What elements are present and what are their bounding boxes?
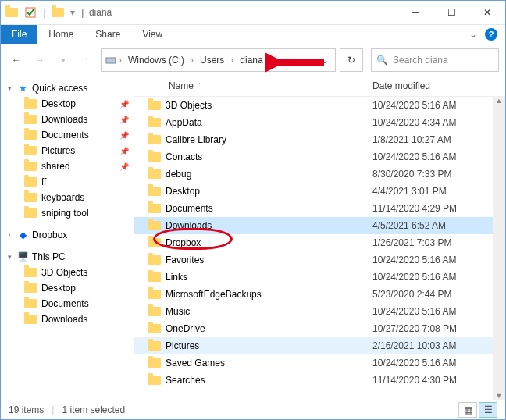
chevron-right-icon[interactable]: ›	[191, 55, 194, 66]
minimize-button[interactable]: ─	[397, 1, 433, 24]
file-row[interactable]: Downloads4/5/2021 6:52 AM	[134, 217, 505, 234]
file-row[interactable]: 3D Objects10/24/2020 5:16 AM	[134, 97, 505, 114]
folder-icon	[148, 202, 161, 215]
close-button[interactable]: ✕	[469, 1, 505, 24]
breadcrumb-users[interactable]: Users	[195, 55, 229, 66]
sidebar-item[interactable]: 3D Objects	[1, 265, 134, 280]
breadcrumb-current[interactable]: diana	[235, 55, 267, 66]
sidebar-this-pc[interactable]: ▾ 🖥️ This PC	[1, 249, 134, 265]
column-name[interactable]: Name ˆ	[134, 80, 372, 91]
file-row[interactable]: Documents11/14/2020 4:29 PM	[134, 200, 505, 217]
sidebar-item[interactable]: Documents📌	[1, 127, 134, 143]
view-large-icons-button[interactable]: ▦	[458, 402, 477, 418]
recent-dropdown-icon[interactable]: ▾	[54, 51, 73, 69]
tab-file[interactable]: File	[1, 25, 37, 44]
ribbon-tabs: File Home Share View ⌄ ?	[1, 25, 505, 44]
sidebar-item[interactable]: Desktop	[1, 280, 134, 296]
file-row[interactable]: debug8/30/2020 7:33 PM	[134, 166, 505, 183]
sidebar-item[interactable]: Downloads📌	[1, 112, 134, 127]
chevron-right-icon[interactable]: ›	[5, 231, 13, 239]
file-name: Documents	[166, 203, 213, 214]
folder-icon	[24, 113, 37, 126]
sidebar-item[interactable]: ff	[1, 174, 134, 190]
file-row[interactable]: Calibre Library1/8/2021 10:27 AM	[134, 131, 505, 148]
up-button[interactable]: ↑	[77, 51, 96, 69]
tab-view[interactable]: View	[131, 25, 173, 44]
tab-home[interactable]: Home	[37, 25, 84, 44]
file-row[interactable]: Music10/24/2020 5:16 AM	[134, 303, 505, 320]
search-box[interactable]: 🔍 Search diana	[371, 48, 499, 72]
maximize-button[interactable]: ☐	[433, 1, 469, 24]
back-button[interactable]: ←	[7, 51, 26, 69]
refresh-button[interactable]: ↻	[340, 48, 363, 72]
file-row[interactable]: Favorites10/24/2020 5:16 AM	[134, 251, 505, 269]
sidebar-item[interactable]: sniping tool	[1, 205, 134, 221]
file-row[interactable]: Pictures2/16/2021 10:03 AM	[134, 337, 505, 354]
status-selected: 1 item selected	[62, 404, 125, 415]
file-row[interactable]: MicrosoftEdgeBackups5/23/2020 2:44 PM	[134, 286, 505, 303]
file-row[interactable]: Searches11/14/2020 4:30 PM	[134, 372, 505, 389]
view-details-button[interactable]: ☰	[479, 402, 497, 418]
file-row[interactable]: OneDrive10/27/2020 7:08 PM	[134, 320, 505, 337]
folder-icon	[148, 151, 161, 163]
file-row[interactable]: Links10/24/2020 5:16 AM	[134, 269, 505, 286]
sidebar-item[interactable]: shared📌	[1, 158, 134, 174]
column-date[interactable]: Date modified	[372, 80, 505, 91]
chevron-right-icon[interactable]: ›	[230, 55, 233, 66]
file-name: Music	[166, 306, 190, 317]
folder-icon	[148, 168, 161, 180]
properties-check-icon[interactable]	[24, 6, 37, 19]
folder-icon	[24, 176, 37, 188]
column-headers: Name ˆ Date modified	[134, 76, 505, 97]
help-icon[interactable]: ?	[485, 28, 497, 41]
file-row[interactable]: AppData10/24/2020 4:34 AM	[134, 114, 505, 131]
tab-share[interactable]: Share	[84, 25, 131, 44]
file-row[interactable]: Contacts10/24/2020 5:16 AM	[134, 148, 505, 166]
pc-icon: 🖥️	[16, 251, 29, 263]
content-pane: Name ˆ Date modified ▲▼ 3D Objects10/24/…	[134, 76, 505, 400]
file-explorer-window: | ▾ | diana ─ ☐ ✕ File Home Share View ⌄…	[0, 0, 506, 420]
window-controls: ─ ☐ ✕	[397, 1, 505, 24]
file-date: 8/30/2020 7:33 PM	[372, 169, 505, 180]
drive-icon	[105, 54, 117, 66]
file-date: 10/24/2020 5:16 AM	[372, 151, 505, 162]
forward-button[interactable]: →	[30, 51, 49, 69]
file-date: 1/8/2021 10:27 AM	[372, 134, 505, 145]
sidebar-item[interactable]: Downloads	[1, 311, 134, 327]
file-date: 2/16/2021 10:03 AM	[372, 340, 505, 351]
folder-icon	[148, 99, 161, 112]
folder-icon	[148, 305, 161, 318]
file-row[interactable]: Saved Games10/24/2020 5:16 AM	[134, 354, 505, 372]
file-name: Saved Games	[166, 358, 225, 368]
chevron-down-icon[interactable]: ▾	[5, 84, 13, 92]
chevron-right-icon[interactable]: ›	[119, 55, 122, 66]
address-bar[interactable]: › Windows (C:) › Users › diana ⌄	[101, 48, 336, 72]
address-dropdown-icon[interactable]: ⌄	[318, 55, 332, 66]
sort-asc-icon: ˆ	[198, 82, 201, 90]
scrollbar[interactable]: ▲▼	[493, 97, 505, 400]
sidebar-item[interactable]: Desktop📌	[1, 96, 134, 112]
chevron-down-icon[interactable]: ▾	[5, 253, 13, 261]
file-row[interactable]: Dropbox1/26/2021 7:03 PM	[134, 234, 505, 251]
file-date: 5/23/2020 2:44 PM	[372, 289, 505, 300]
file-name: OneDrive	[166, 323, 205, 334]
dropbox-icon: ◆	[16, 229, 29, 241]
sidebar-item[interactable]: keyboards	[1, 190, 134, 205]
star-icon: ★	[16, 82, 29, 94]
file-row[interactable]: Desktop4/4/2021 3:01 PM	[134, 183, 505, 200]
folder-icon	[148, 322, 161, 335]
breadcrumb-drive[interactable]: Windows (C:)	[123, 55, 189, 66]
file-list[interactable]: ▲▼ 3D Objects10/24/2020 5:16 AMAppData10…	[134, 97, 505, 400]
file-name: Favorites	[166, 254, 204, 265]
sidebar-quick-access[interactable]: ▾ ★ Quick access	[1, 80, 134, 96]
folder-icon	[148, 116, 161, 129]
sidebar-dropbox[interactable]: › ◆ Dropbox	[1, 227, 134, 243]
folder-icon	[5, 6, 18, 19]
status-item-count: 19 items	[9, 404, 44, 415]
sidebar-item[interactable]: Documents	[1, 296, 134, 311]
pin-icon: 📌	[119, 116, 129, 124]
ribbon-collapse-icon[interactable]: ⌄	[469, 29, 477, 40]
file-name: Contacts	[166, 151, 202, 162]
file-name: Searches	[166, 375, 205, 386]
sidebar-item[interactable]: Pictures📌	[1, 143, 134, 158]
